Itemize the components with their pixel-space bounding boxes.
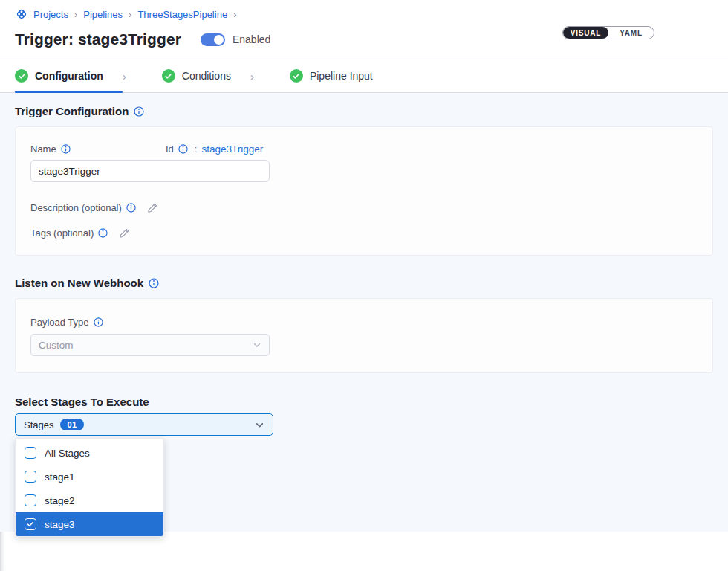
name-input[interactable] (30, 160, 270, 182)
chevron-right-icon: › (123, 70, 144, 83)
tab-label: Conditions (182, 70, 231, 82)
description-row: Description (optional) (30, 202, 698, 213)
page-title: Trigger: stage3Trigger (15, 30, 181, 48)
tab-label: Configuration (35, 70, 103, 82)
check-circle-icon (290, 69, 303, 83)
tab-conditions[interactable]: Conditions (162, 59, 250, 92)
tab-configuration[interactable]: Configuration (15, 59, 123, 92)
tags-row: Tags (optional) (30, 228, 698, 239)
breadcrumb: Projects › Pipelines › ThreeStagesPipeli… (15, 7, 713, 21)
check-circle-icon (15, 69, 28, 83)
info-icon[interactable] (61, 144, 71, 154)
option-label: stage1 (45, 471, 75, 483)
tags-label: Tags (optional) (30, 228, 94, 239)
name-label-text: Name (30, 143, 56, 155)
breadcrumb-projects[interactable]: Projects (33, 9, 68, 20)
tab-label: Pipeline Input (310, 70, 373, 82)
info-icon[interactable] (98, 228, 108, 238)
projects-icon (15, 7, 28, 21)
section-heading-text: Listen on New Webhook (15, 277, 143, 289)
check-circle-icon (162, 69, 175, 83)
info-icon[interactable] (126, 203, 136, 213)
toggle-knob (214, 35, 224, 45)
id-value-link[interactable]: stage3Trigger (201, 143, 263, 155)
payload-type-label-text: Payload Type (30, 317, 89, 328)
checkbox-icon[interactable] (25, 471, 36, 483)
stages-dropdown-panel: All Stages stage1 stage2 stage3 (15, 438, 164, 537)
description-label: Description (optional) (30, 202, 122, 213)
stages-field-label: Stages (24, 419, 53, 430)
id-row: Id : stage3Trigger (166, 143, 263, 155)
option-label: All Stages (45, 448, 90, 459)
info-icon[interactable] (149, 278, 159, 288)
edit-pencil-icon[interactable] (147, 202, 158, 213)
info-icon[interactable] (94, 317, 103, 327)
webhook-card: Payload Type Custom (15, 298, 713, 373)
visual-yaml-toggle[interactable]: VISUAL YAML (562, 26, 654, 39)
payload-type-label: Payload Type (30, 317, 103, 328)
checkbox-icon[interactable] (25, 447, 36, 459)
stage-option-stage1[interactable]: stage1 (16, 465, 163, 488)
wizard-tabbar: Configuration › Conditions › Pipeline In… (0, 59, 728, 93)
yaml-toggle-segment[interactable]: YAML (608, 27, 654, 39)
stages-count-badge: 01 (60, 419, 83, 430)
payload-type-value: Custom (39, 340, 74, 351)
main-content: Trigger Configuration Name Id : stage3Tr… (0, 93, 728, 532)
option-label: stage3 (45, 519, 75, 530)
stage-option-all-stages[interactable]: All Stages (16, 441, 163, 465)
trigger-configuration-heading: Trigger Configuration (15, 105, 713, 117)
breadcrumb-separator: › (74, 9, 77, 20)
breadcrumb-separator: › (233, 9, 236, 20)
option-label: stage2 (45, 495, 75, 506)
name-field-label: Name (30, 143, 166, 155)
select-stages-heading: Select Stages To Execute (15, 396, 713, 408)
checkbox-icon[interactable] (25, 518, 36, 530)
breadcrumb-pipeline-name[interactable]: ThreeStagesPipeline (137, 9, 227, 20)
chevron-down-icon (253, 341, 261, 349)
info-icon[interactable] (178, 144, 188, 154)
id-colon: : (195, 143, 198, 155)
stages-multiselect-field[interactable]: Stages 01 (15, 413, 273, 436)
enabled-toggle[interactable] (201, 33, 225, 46)
tab-pipeline-input[interactable]: Pipeline Input (290, 59, 392, 92)
checkbox-icon[interactable] (25, 494, 36, 506)
edit-pencil-icon[interactable] (119, 228, 130, 239)
stage-option-stage2[interactable]: stage2 (16, 488, 163, 512)
trigger-configuration-card: Name Id : stage3Trigger Description (opt… (15, 126, 713, 256)
stage-option-stage3[interactable]: stage3 (16, 512, 163, 536)
section-heading-text: Trigger Configuration (15, 105, 129, 117)
webhook-heading: Listen on New Webhook (15, 277, 713, 289)
visual-toggle-segment[interactable]: VISUAL (563, 27, 608, 39)
enabled-toggle-label: Enabled (233, 33, 270, 45)
breadcrumb-separator: › (129, 9, 131, 20)
chevron-down-icon (255, 420, 264, 430)
chevron-right-icon: › (250, 70, 272, 83)
payload-type-select[interactable]: Custom (30, 334, 270, 356)
breadcrumb-pipelines[interactable]: Pipelines (83, 9, 123, 20)
info-icon[interactable] (134, 106, 144, 117)
id-label-text: Id (166, 143, 174, 155)
